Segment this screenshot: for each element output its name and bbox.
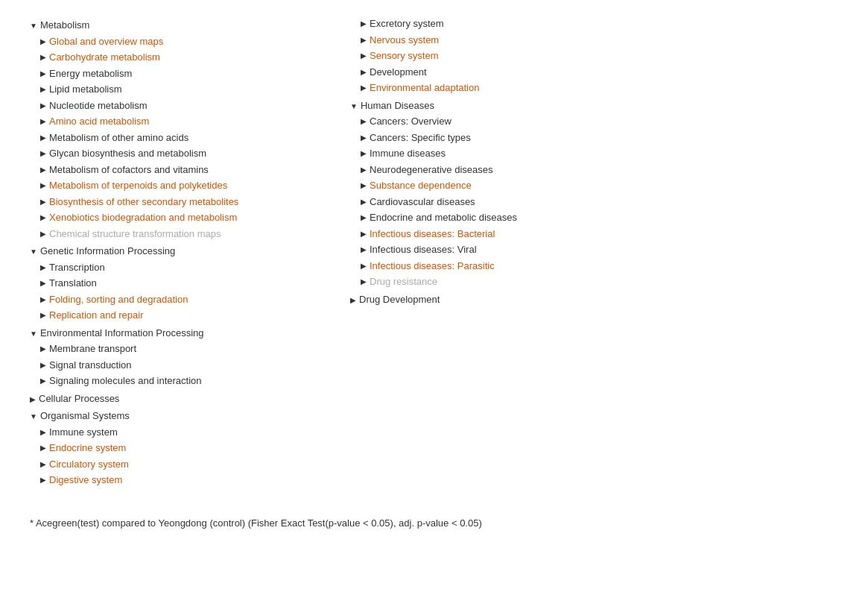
list-item[interactable]: ▶Amino acid metabolism — [30, 114, 343, 129]
item-label: Transcription — [49, 260, 105, 275]
item-label: Replication and repair — [49, 308, 143, 323]
right-arrow-icon: ▶ — [40, 426, 46, 438]
list-item[interactable]: ▶Membrane transport — [30, 341, 343, 356]
down-arrow-icon: ▼ — [30, 411, 37, 422]
list-item[interactable]: ▶Infectious diseases: Parasitic — [350, 259, 838, 274]
list-item[interactable]: ▶Lipid metabolism — [30, 82, 343, 97]
right-arrow-icon: ▶ — [40, 228, 46, 239]
list-item[interactable]: ▶Cancers: Specific types — [350, 130, 838, 145]
list-item[interactable]: ▶Cancers: Overview — [350, 114, 838, 129]
list-item[interactable]: ▶Metabolism of cofactors and vitamins — [30, 163, 343, 177]
list-item[interactable]: ▶Transcription — [30, 260, 343, 275]
right-arrow-icon: ▶ — [40, 51, 46, 63]
item-label: Folding, sorting and degradation — [49, 292, 188, 307]
item-label: Metabolism of other amino acids — [49, 130, 189, 145]
right-arrow-icon: ▶ — [40, 36, 46, 47]
section-label: Organismal Systems — [40, 409, 130, 423]
section-header: ▼Human Diseases — [350, 98, 838, 113]
right-column: ▶Excretory system▶Nervous system▶Sensory… — [343, 15, 838, 489]
item-label: Lipid metabolism — [49, 82, 122, 97]
list-item[interactable]: ▶Environmental adaptation — [350, 81, 838, 95]
list-item[interactable]: ▶Sensory system — [350, 48, 838, 63]
list-item[interactable]: ▶Substance dependence — [350, 178, 838, 193]
right-arrow-icon: ▶ — [40, 84, 46, 95]
list-item[interactable]: ▶Energy metabolism — [30, 66, 343, 81]
item-label: Immune diseases — [370, 146, 446, 161]
list-item[interactable]: ▶Drug resistance — [350, 274, 838, 289]
item-label: Sensory system — [370, 48, 438, 63]
right-arrow-icon: ▶ — [40, 442, 46, 453]
list-item[interactable]: ▶Neurodegenerative diseases — [350, 163, 838, 177]
list-item[interactable]: ▶Replication and repair — [30, 308, 343, 323]
right-arrow-icon: ▶ — [361, 164, 367, 175]
list-item[interactable]: ▶Nucleotide metabolism — [30, 98, 343, 113]
item-label: Infectious diseases: Viral — [370, 242, 477, 257]
list-item[interactable]: ▶Metabolism of other amino acids — [30, 130, 343, 145]
list-item[interactable]: ▶Signaling molecules and interaction — [30, 374, 343, 388]
list-item[interactable]: ▶Global and overview maps — [30, 34, 343, 49]
right-arrow-icon: ▶ — [361, 50, 367, 61]
right-arrow-icon: ▶ — [361, 212, 367, 223]
list-item[interactable]: ▶Excretory system — [350, 16, 838, 31]
item-label: Environmental adaptation — [370, 81, 479, 95]
item-label: Signaling molecules and interaction — [49, 374, 202, 388]
item-label: Neurodegenerative diseases — [370, 163, 493, 177]
right-arrow-icon: ▶ — [361, 196, 367, 207]
list-item[interactable]: ▶Circulatory system — [30, 457, 343, 472]
list-item[interactable]: ▶Infectious diseases: Viral — [350, 242, 838, 257]
section-label: Cellular Processes — [39, 391, 119, 406]
list-item[interactable]: ▶Xenobiotics biodegradation and metaboli… — [30, 210, 343, 225]
down-arrow-icon: ▼ — [350, 101, 358, 112]
item-label: Global and overview maps — [49, 34, 163, 49]
list-item[interactable]: ▶Cardiovascular diseases — [350, 195, 838, 210]
right-arrow-icon: ▶ — [361, 66, 367, 78]
section-header: ▶Drug Development — [350, 292, 838, 307]
list-item[interactable]: ▶Folding, sorting and degradation — [30, 292, 343, 307]
right-arrow-icon: ▶ — [361, 132, 367, 143]
list-item[interactable]: ▶Immune system — [30, 425, 343, 440]
list-item[interactable]: ▶Translation — [30, 276, 343, 291]
list-item[interactable]: ▶Glycan biosynthesis and metabolism — [30, 146, 343, 161]
list-item[interactable]: ▶Nervous system — [350, 33, 838, 48]
item-label: Infectious diseases: Parasitic — [370, 259, 495, 274]
item-label: Endocrine and metabolic diseases — [370, 210, 517, 225]
list-item[interactable]: ▶Digestive system — [30, 473, 343, 488]
section-label: Genetic Information Processing — [40, 244, 175, 259]
right-arrow-icon: ▶ — [40, 196, 46, 207]
item-label: Digestive system — [49, 473, 122, 488]
item-label: Membrane transport — [49, 341, 136, 356]
right-arrow-icon: ▶ — [40, 474, 46, 485]
list-item[interactable]: ▶Endocrine and metabolic diseases — [350, 210, 838, 225]
item-label: Nervous system — [370, 33, 439, 48]
list-item[interactable]: ▶Endocrine system — [30, 441, 343, 456]
right-arrow-icon: ▶ — [40, 459, 46, 470]
list-item[interactable]: ▶Metabolism of terpenoids and polyketide… — [30, 178, 343, 193]
right-arrow-icon: ▶ — [40, 309, 46, 321]
list-item[interactable]: ▶Development — [350, 65, 838, 80]
item-label: Signal transduction — [49, 358, 132, 373]
item-label: Excretory system — [370, 16, 444, 31]
item-label: Infectious diseases: Bacterial — [370, 227, 495, 242]
list-item[interactable]: ▶Biosynthesis of other secondary metabol… — [30, 195, 343, 210]
right-arrow-icon: ▶ — [40, 359, 46, 371]
list-item[interactable]: ▶Chemical structure transformation maps — [30, 227, 343, 242]
list-item[interactable]: ▶Immune diseases — [350, 146, 838, 161]
right-arrow-icon: ▶ — [40, 212, 46, 223]
footnote-text: * Acegreen(test) compared to Yeongdong (… — [30, 517, 482, 529]
right-arrow-icon: ▶ — [361, 180, 367, 191]
down-arrow-icon: ▼ — [30, 246, 37, 257]
right-arrow-icon: ▶ — [30, 394, 36, 405]
right-arrow-icon: ▶ — [40, 180, 46, 191]
section-header: ▶Cellular Processes — [30, 391, 343, 406]
item-label: Glycan biosynthesis and metabolism — [49, 146, 206, 161]
right-arrow-icon: ▶ — [361, 244, 367, 255]
item-label: Metabolism of cofactors and vitamins — [49, 163, 209, 177]
item-label: Carbohydrate metabolism — [49, 50, 160, 65]
section-label: Drug Development — [359, 292, 440, 307]
list-item[interactable]: ▶Carbohydrate metabolism — [30, 50, 343, 65]
down-arrow-icon: ▼ — [30, 328, 37, 339]
list-item[interactable]: ▶Signal transduction — [30, 358, 343, 373]
list-item[interactable]: ▶Infectious diseases: Bacterial — [350, 227, 838, 242]
item-label: Cancers: Specific types — [370, 130, 471, 145]
item-label: Amino acid metabolism — [49, 114, 149, 129]
